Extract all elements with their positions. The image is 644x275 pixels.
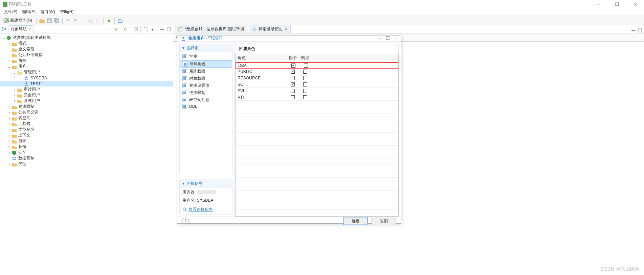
link-icon[interactable] (107, 27, 112, 32)
dialog-minimize-button[interactable] (378, 36, 382, 41)
tree-node[interactable]: ›资源限制 (0, 104, 173, 109)
maximize-pane-icon[interactable] (166, 27, 172, 32)
tree-node-mgmt-user[interactable]: ⌄管理用户 (0, 69, 173, 75)
tree-node[interactable]: ›类型别名 (0, 127, 173, 132)
open-icon[interactable] (39, 18, 45, 23)
dialog-close-button[interactable] (394, 36, 397, 41)
tree-node-user[interactable]: ⌄用户 (0, 64, 173, 69)
menu-file[interactable]: 文件(F) (2, 8, 19, 16)
minimize-pane-icon[interactable] (159, 27, 165, 32)
roles-table[interactable]: 角色 授予 转授 DBAPUBLICRESOURCESOISVIVTI (235, 54, 399, 217)
save-all-icon[interactable] (54, 18, 60, 23)
tree-node-test[interactable]: TEST (0, 81, 173, 86)
undo-icon[interactable]: ↶ (65, 18, 71, 23)
admin-checkbox[interactable] (303, 95, 307, 99)
tree-node[interactable]: ›安全 (0, 150, 173, 155)
option-ddl[interactable]: DDL (180, 103, 232, 109)
tree-node[interactable]: ›表空间 (0, 115, 173, 121)
admin-checkbox[interactable] (303, 82, 307, 86)
redo-icon[interactable]: ↷ (73, 18, 78, 23)
cancel-button[interactable]: 取消 (372, 217, 396, 225)
editor-tab-2[interactable]: 异常登录历史 ✕ (249, 25, 291, 33)
dialog-titlebar[interactable]: 修改用户 - "TEST" (177, 35, 401, 42)
option-tsquota[interactable]: 表空间配额 (180, 96, 232, 103)
empty-row (236, 120, 398, 126)
debug-icon[interactable] (106, 18, 112, 23)
role-name: VTI (236, 95, 286, 100)
collapse-icon[interactable] (133, 27, 138, 32)
tree-node[interactable]: ›系统用户 (0, 98, 173, 104)
tab-object-nav[interactable]: 对象导航 ✕ (8, 25, 34, 33)
tree-node[interactable]: ›角色 (0, 58, 173, 64)
tree-node[interactable]: ›代理 (0, 161, 173, 167)
menu-window[interactable]: 窗口(W) (38, 8, 57, 16)
new-query-button[interactable]: SQL 新建查询(N) (2, 17, 34, 24)
copy-icon[interactable] (88, 18, 93, 23)
tree-node[interactable]: 数据复制 (0, 155, 173, 161)
option-roles[interactable]: 所属角色 (180, 60, 232, 68)
sql-file-icon (178, 27, 183, 32)
close-icon[interactable]: ✕ (284, 27, 288, 32)
tree-node[interactable]: ›模式 (0, 41, 173, 46)
ok-button[interactable]: 确定 (343, 217, 368, 225)
menu-help[interactable]: 帮助(H) (58, 8, 76, 16)
tree-node[interactable]: ›工具包 (0, 121, 173, 127)
editor-tab-1[interactable]: *无标题11 - 达梦数据库-测试环境 (175, 25, 247, 33)
option-connlimit[interactable]: 连接限制 (180, 89, 232, 96)
option-sysperm[interactable]: 系统权限 (180, 68, 232, 75)
find-icon[interactable] (123, 27, 129, 32)
paste-icon[interactable] (95, 18, 101, 23)
tree-node[interactable]: ›安全用户 (0, 92, 173, 98)
conn-section-header[interactable]: ▼连接信息 (180, 179, 232, 188)
role-row[interactable]: SVI (236, 88, 398, 94)
cut-icon[interactable] (80, 18, 86, 23)
close-icon[interactable]: ✕ (28, 27, 31, 31)
tree-node[interactable]: ›公共同义词 (0, 109, 173, 115)
tree-root[interactable]: ⌄达梦数据库-测试环境 (0, 35, 173, 41)
grant-checkbox[interactable] (291, 64, 295, 68)
col-grant[interactable]: 授予 (286, 54, 299, 62)
admin-checkbox[interactable] (303, 70, 307, 74)
grant-checkbox[interactable] (291, 89, 295, 93)
role-row[interactable]: SOI (236, 81, 398, 88)
window-minimize-button[interactable] (593, 1, 605, 8)
grant-checkbox[interactable] (291, 76, 295, 80)
object-tree[interactable]: ⌄达梦数据库-测试环境 ›模式 全文索引 公共外部链接 ›角色 ⌄用户 ⌄管理用… (0, 33, 173, 275)
expand-all-icon[interactable]: ⛶ (143, 27, 148, 32)
tree-node-sysdba[interactable]: SYSDBA (0, 75, 173, 81)
tree-node[interactable]: 公共外部链接 (0, 52, 173, 58)
admin-checkbox[interactable] (303, 76, 307, 80)
col-admin[interactable]: 转授 (299, 54, 311, 62)
grant-checkbox[interactable] (291, 82, 295, 86)
option-resopt[interactable]: 资源设置项 (180, 82, 232, 89)
role-row[interactable]: PUBLIC (236, 69, 398, 75)
dropdown-icon[interactable]: ▾ (150, 27, 155, 32)
window-maximize-button[interactable] (611, 1, 623, 8)
filter-icon[interactable] (113, 27, 119, 32)
tree-node[interactable]: ›审计用户 (0, 86, 173, 92)
admin-checkbox[interactable] (304, 64, 308, 68)
home-icon[interactable] (117, 18, 123, 23)
role-row[interactable]: DBA (236, 62, 398, 69)
options-section-header[interactable]: ▼选择项 (180, 44, 232, 52)
col-role[interactable]: 角色 (236, 54, 286, 62)
role-row[interactable]: RESOURCE (236, 75, 398, 81)
window-close-button[interactable] (629, 1, 641, 8)
menu-edit[interactable]: 编辑(E) (20, 8, 38, 16)
dialog-maximize-button[interactable] (386, 36, 390, 41)
minimize-pane-icon[interactable] (630, 28, 636, 33)
option-objperm[interactable]: 对象权限 (180, 75, 232, 82)
tree-node[interactable]: ›上下文 (0, 132, 173, 138)
admin-checkbox[interactable] (303, 89, 307, 93)
tree-node[interactable]: ›目录 (0, 138, 173, 144)
tree-node[interactable]: ›备份 (0, 144, 173, 150)
maximize-pane-icon[interactable] (637, 28, 643, 33)
role-row[interactable]: VTI (236, 94, 398, 101)
help-button[interactable]: ? (182, 218, 189, 224)
tree-node[interactable]: 全文索引 (0, 46, 173, 52)
option-normal[interactable]: 常规 (180, 53, 232, 60)
grant-checkbox[interactable] (291, 70, 295, 74)
save-icon[interactable] (47, 18, 52, 23)
view-conn-link[interactable]: 查看连接信息 (182, 207, 213, 212)
grant-checkbox[interactable] (291, 95, 295, 99)
